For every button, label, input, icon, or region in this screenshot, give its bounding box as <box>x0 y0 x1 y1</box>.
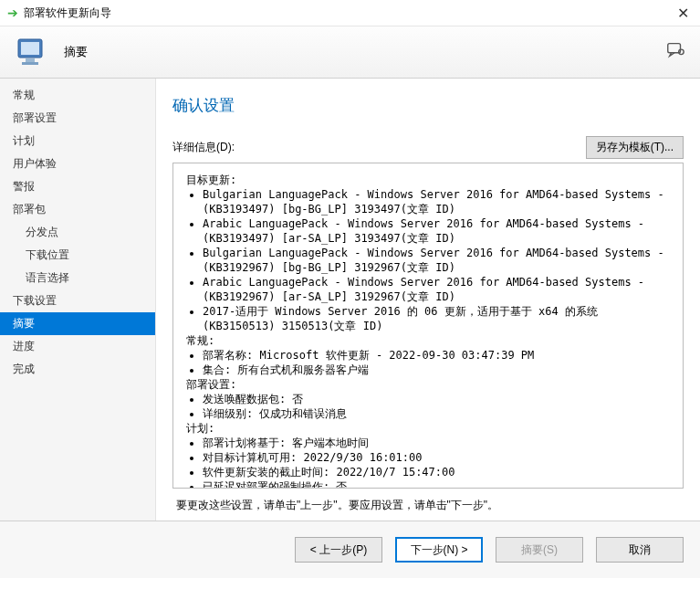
detail-item: Bulgarian LanguagePack - Windows Server … <box>203 246 672 275</box>
header-band: 摘要 <box>0 26 700 79</box>
detail-item: Arabic LanguagePack - Windows Server 201… <box>203 275 672 304</box>
detail-section-title: 计划: <box>186 421 672 436</box>
sidebar-item-6[interactable]: 分发点 <box>0 221 155 244</box>
sidebar-item-2[interactable]: 计划 <box>0 130 155 153</box>
wizard-body: 常规部署设置计划用户体验警报部署包分发点下载位置语言选择下载设置摘要进度完成 确… <box>0 79 700 521</box>
title-bar: ➔ 部署软件更新向导 ✕ <box>0 0 700 26</box>
sidebar-item-1[interactable]: 部署设置 <box>0 107 155 130</box>
sidebar-item-4[interactable]: 警报 <box>0 175 155 198</box>
svg-rect-1 <box>21 42 39 55</box>
sidebar-item-12[interactable]: 完成 <box>0 358 155 381</box>
detail-section-list: 部署名称: Microsoft 软件更新 - 2022-09-30 03:47:… <box>197 348 672 377</box>
detail-item: 软件更新安装的截止时间: 2022/10/7 15:47:00 <box>203 465 672 479</box>
cancel-button[interactable]: 取消 <box>596 537 684 563</box>
section-heading: 确认设置 <box>172 95 684 116</box>
detail-item: 详细级别: 仅成功和错误消息 <box>203 406 672 421</box>
detail-item: 对目标计算机可用: 2022/9/30 16:01:00 <box>203 450 672 465</box>
hint-text: 要更改这些设置，请单击"上一步"。要应用设置，请单击"下一步"。 <box>176 498 680 513</box>
detail-section-list: 发送唤醒数据包: 否详细级别: 仅成功和错误消息 <box>197 392 672 421</box>
details-label: 详细信息(D): <box>172 140 586 155</box>
detail-section-list: 部署计划将基于: 客户端本地时间对目标计算机可用: 2022/9/30 16:0… <box>197 436 672 489</box>
svg-rect-3 <box>22 62 38 65</box>
save-as-template-button[interactable]: 另存为模板(T)... <box>586 136 684 159</box>
sidebar-item-10[interactable]: 摘要 <box>0 312 155 335</box>
svg-rect-2 <box>26 58 35 62</box>
detail-section-title: 目标更新: <box>186 173 672 187</box>
sidebar: 常规部署设置计划用户体验警报部署包分发点下载位置语言选择下载设置摘要进度完成 <box>0 79 156 521</box>
detail-item: Bulgarian LanguagePack - Windows Server … <box>203 187 672 216</box>
detail-item: 已延迟对部署的强制操作: 否 <box>203 479 672 489</box>
footer-bar: < 上一步(P) 下一步(N) > 摘要(S) 取消 <box>0 521 700 578</box>
detail-item: 发送唤醒数据包: 否 <box>203 392 672 406</box>
detail-item: 部署名称: Microsoft 软件更新 - 2022-09-30 03:47:… <box>203 348 672 363</box>
wizard-arrow-icon: ➔ <box>7 5 18 20</box>
detail-section-title: 部署设置: <box>186 377 672 392</box>
previous-button[interactable]: < 上一步(P) <box>295 537 382 563</box>
main-panel: 确认设置 详细信息(D): 另存为模板(T)... 目标更新:Bulgarian… <box>156 79 700 521</box>
sidebar-item-0[interactable]: 常规 <box>0 84 155 107</box>
sidebar-item-3[interactable]: 用户体验 <box>0 153 155 175</box>
window-title: 部署软件更新向导 <box>24 5 674 21</box>
detail-item: 2017-适用于 Windows Server 2016 的 06 更新，适用于… <box>203 304 672 333</box>
sidebar-item-5[interactable]: 部署包 <box>0 198 155 221</box>
detail-item: 集合: 所有台式机和服务器客户端 <box>203 363 672 377</box>
detail-section-title: 常规: <box>186 333 672 348</box>
sidebar-item-7[interactable]: 下载位置 <box>0 244 155 267</box>
sidebar-item-8[interactable]: 语言选择 <box>0 267 155 289</box>
page-title: 摘要 <box>64 44 88 60</box>
feedback-icon[interactable] <box>665 40 685 65</box>
wizard-computer-icon <box>15 34 51 70</box>
close-icon[interactable]: ✕ <box>674 5 693 22</box>
detail-section-list: Bulgarian LanguagePack - Windows Server … <box>197 187 672 333</box>
sidebar-item-11[interactable]: 进度 <box>0 335 155 358</box>
sidebar-item-9[interactable]: 下载设置 <box>0 289 155 312</box>
detail-item: Arabic LanguagePack - Windows Server 201… <box>203 216 672 246</box>
details-box[interactable]: 目标更新:Bulgarian LanguagePack - Windows Se… <box>172 163 684 489</box>
summary-button: 摘要(S) <box>496 537 583 563</box>
next-button[interactable]: 下一步(N) > <box>395 537 483 563</box>
detail-item: 部署计划将基于: 客户端本地时间 <box>203 436 672 450</box>
